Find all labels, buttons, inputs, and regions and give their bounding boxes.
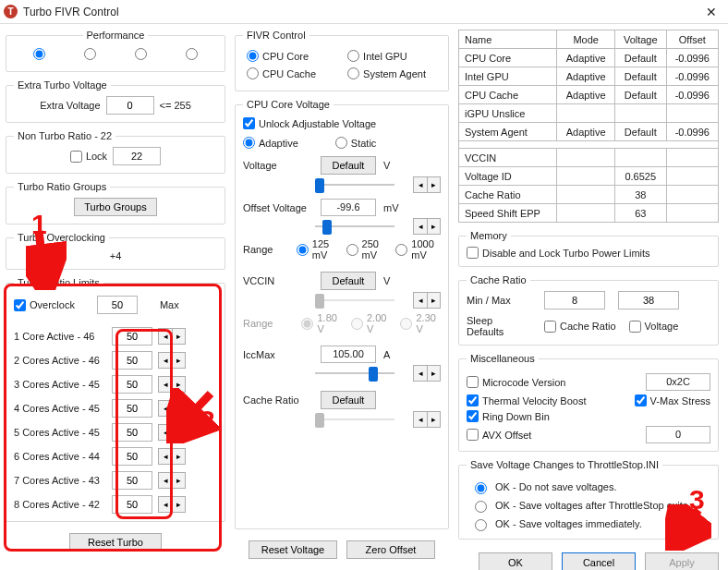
range-125[interactable]: 125 mV [297, 238, 337, 261]
avx-cb[interactable]: AVX Offset [467, 429, 531, 441]
th-name: Name [459, 30, 557, 49]
voltage-default-button[interactable]: Default [321, 156, 376, 175]
ratio-dec-0[interactable]: ◂ [159, 329, 172, 344]
static-radio[interactable]: Static [335, 137, 377, 149]
ok-button[interactable]: OK [479, 552, 552, 570]
ratio-inc-0[interactable]: ▸ [172, 329, 185, 344]
ratio-input-4[interactable] [112, 423, 152, 442]
vccin-label: VCCIN [243, 275, 313, 286]
voltage-slider[interactable]: ◂▸ [315, 178, 441, 191]
apply-button[interactable]: Apply [645, 552, 719, 570]
ratio-row-1: 2 Cores Active - 46 ◂▸ [14, 351, 217, 370]
ratio-input-6[interactable] [112, 471, 152, 490]
range-1000[interactable]: 1000 mV [395, 238, 441, 261]
ring-cb[interactable]: Ring Down Bin [467, 410, 550, 422]
turbo-overclock-delta: +4 [14, 250, 217, 261]
vccin-default-button[interactable]: Default [321, 272, 376, 290]
extra-voltage-input[interactable] [106, 96, 154, 115]
cache-slider[interactable]: ◂▸ [315, 413, 441, 426]
ratio-dec-5[interactable]: ◂ [159, 449, 172, 464]
iccmax-dec[interactable]: ◂ [414, 366, 427, 381]
save-opt-3[interactable]: OK - Save voltages immediately. [470, 516, 710, 531]
iccmax-value: 105.00 [321, 346, 376, 363]
vccin-dec[interactable]: ◂ [414, 293, 427, 308]
reset-turbo-button[interactable]: Reset Turbo [69, 533, 162, 552]
ratio-input-7[interactable] [112, 495, 152, 514]
fivr-cpu-core[interactable]: CPU Core [247, 50, 316, 62]
vccin-inc[interactable]: ▸ [427, 293, 440, 308]
iccmax-slider[interactable]: ◂▸ [315, 367, 441, 380]
tvb-cb[interactable]: Thermal Velocity Boost [467, 394, 587, 406]
unlock-checkbox[interactable]: Unlock Adjustable Voltage [243, 117, 441, 129]
offset-inc[interactable]: ▸ [427, 219, 440, 234]
extra-turbo-legend: Extra Turbo Voltage [18, 79, 107, 91]
ratio-input-0[interactable] [112, 327, 152, 346]
overclock-checkbox[interactable]: Overclock [14, 299, 75, 311]
cache-dec[interactable]: ◂ [414, 412, 427, 427]
ratio-name: 1 Core Active - 46 [14, 331, 106, 342]
offset-dec[interactable]: ◂ [414, 219, 427, 234]
disable-lock-checkbox[interactable]: Disable and Lock Turbo Power Limits [467, 247, 710, 259]
turbo-groups-legend: Turbo Ratio Groups [18, 181, 106, 192]
ratio-inc-6[interactable]: ▸ [172, 473, 185, 488]
range-250[interactable]: 250 mV [346, 238, 387, 261]
sleep-voltage-cb[interactable]: Voltage [629, 321, 679, 333]
perf-radio-2[interactable] [135, 48, 147, 60]
turbo-groups-button[interactable]: Turbo Groups [74, 198, 156, 216]
cache-max-input[interactable] [618, 291, 679, 309]
cancel-button[interactable]: Cancel [562, 552, 636, 570]
cache-default-button[interactable]: Default [321, 391, 376, 409]
ratio-row-6: 7 Cores Active - 43 ◂▸ [14, 471, 217, 490]
ratio-dec-6[interactable]: ◂ [159, 473, 172, 488]
ratio-inc-3[interactable]: ▸ [172, 401, 185, 416]
adaptive-radio[interactable]: Adaptive [243, 137, 298, 149]
ratio-input-1[interactable] [112, 351, 152, 370]
ratio-input-5[interactable] [112, 447, 152, 466]
offset-unit: mV [383, 202, 400, 213]
fivr-cpu-cache[interactable]: CPU Cache [247, 67, 316, 79]
iccmax-inc[interactable]: ▸ [427, 366, 440, 381]
cache-min-input[interactable] [544, 291, 605, 309]
table-row: System AgentAdaptiveDefault-0.0996 [459, 123, 719, 141]
save-opt-2[interactable]: OK - Save voltages after ThrottleStop ex… [470, 498, 710, 513]
turbo-limits-group: Turbo Ratio Limits Overclock Max 1 Core … [6, 277, 225, 522]
ratio-name: 6 Cores Active - 44 [14, 451, 106, 462]
ratio-input-2[interactable] [112, 375, 152, 394]
vmax-cb[interactable]: V-Max Stress [635, 394, 710, 406]
ratio-dec-1[interactable]: ◂ [159, 353, 172, 368]
reset-voltage-button[interactable]: Reset Voltage [249, 540, 337, 559]
turbo-groups-fieldset: Turbo Ratio Groups Turbo Groups [6, 181, 225, 224]
fivr-system-agent[interactable]: System Agent [347, 67, 426, 79]
ratio-dec-4[interactable]: ◂ [159, 425, 172, 440]
performance-radios [14, 46, 217, 64]
zero-offset-button[interactable]: Zero Offset [346, 540, 435, 559]
voltage-dec[interactable]: ◂ [414, 177, 427, 192]
save-opt-1[interactable]: OK - Do not save voltages. [470, 479, 710, 494]
perf-radio-1[interactable] [84, 48, 96, 60]
overclock-max-input[interactable] [97, 296, 138, 314]
voltage-unit: V [383, 160, 400, 171]
microcode-cb[interactable]: Microcode Version [467, 376, 566, 388]
sleep-cache-ratio-cb[interactable]: Cache Ratio [544, 321, 616, 333]
non-turbo-input[interactable] [113, 147, 161, 165]
overclock-max-label: Max [160, 299, 179, 310]
perf-radio-3[interactable] [186, 48, 198, 60]
ratio-input-3[interactable] [112, 399, 152, 418]
vccin-slider[interactable]: ◂▸ [315, 294, 441, 307]
cache-inc[interactable]: ▸ [427, 412, 440, 427]
close-icon[interactable]: ✕ [698, 5, 724, 19]
ratio-inc-7[interactable]: ▸ [172, 497, 185, 512]
ratio-inc-2[interactable]: ▸ [172, 377, 185, 392]
ratio-inc-1[interactable]: ▸ [172, 353, 185, 368]
save-group: Save Voltage Changes to ThrottleStop.INI… [458, 459, 719, 540]
ratio-dec-3[interactable]: ◂ [159, 401, 172, 416]
ratio-dec-7[interactable]: ◂ [159, 497, 172, 512]
perf-radio-0[interactable] [33, 48, 45, 60]
ratio-inc-5[interactable]: ▸ [172, 449, 185, 464]
voltage-inc[interactable]: ▸ [427, 177, 440, 192]
ratio-inc-4[interactable]: ▸ [172, 425, 185, 440]
lock-checkbox[interactable]: Lock [70, 151, 107, 163]
fivr-intel-gpu[interactable]: Intel GPU [347, 50, 426, 62]
ratio-dec-2[interactable]: ◂ [159, 377, 172, 392]
offset-slider[interactable]: ◂▸ [315, 220, 441, 233]
